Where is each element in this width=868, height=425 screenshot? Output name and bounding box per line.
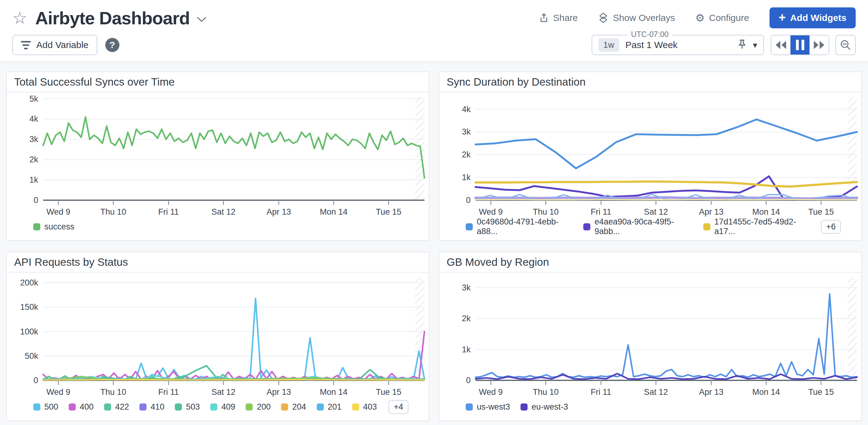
time-range-chip[interactable]: 1w <box>598 38 619 52</box>
legend-label: 17d1455c-7ed5-49d2-a17... <box>714 217 810 236</box>
caret-down-icon[interactable]: ▾ <box>753 40 757 50</box>
x-axis-label: Fri 11 <box>158 207 179 216</box>
share-icon <box>539 12 549 23</box>
header-title-row: ☆ Airbyte Dashboard Share Show <box>0 0 868 33</box>
widget-title: Sync Duration by Destination <box>439 72 861 92</box>
dashboard-header: ☆ Airbyte Dashboard Share Show <box>0 0 868 62</box>
widget-title: API Requests by Status <box>7 252 429 273</box>
x-axis-label: Sat 12 <box>644 207 668 216</box>
x-axis-label: Tue 15 <box>808 388 834 397</box>
zoom-out-button[interactable] <box>835 35 856 55</box>
overlays-icon <box>598 12 609 23</box>
legend-item[interactable]: success <box>33 222 74 232</box>
chart-canvas[interactable]: 01k2k3k4kWed 9Thu 10Fri 11Sat 12Apr 13Mo… <box>439 92 861 217</box>
pause-button[interactable] <box>790 35 809 55</box>
legend-swatch <box>583 223 590 230</box>
legend-item[interactable]: e4aea90a-90ca-49f5-9abb... <box>583 217 692 236</box>
legend-swatch <box>317 403 324 411</box>
show-overlays-button[interactable]: Show Overlays <box>598 12 675 23</box>
legend-swatch <box>521 403 528 411</box>
series-line-unlabeled-lavender <box>475 198 857 199</box>
chart-sync-duration[interactable]: 01k2k3k4kWed 9Thu 10Fri 11Sat 12Apr 13Mo… <box>439 92 861 217</box>
chart-canvas[interactable]: 050k100k150k200kWed 9Thu 10Fri 11Sat 12A… <box>7 273 429 398</box>
legend-label: 403 <box>363 402 377 412</box>
legend-item[interactable]: us-west3 <box>466 402 510 412</box>
widget-api-requests: API Requests by Status 050k100k150k200kW… <box>6 252 429 421</box>
configure-label: Configure <box>709 12 749 23</box>
header-controls-row: Add Variable ? UTC-07:00 1w Past 1 Week … <box>0 33 868 62</box>
legend-swatch <box>466 403 473 411</box>
legend-item[interactable]: 17d1455c-7ed5-49d2-a17... <box>703 217 810 236</box>
add-widgets-button[interactable]: + Add Widgets <box>770 7 856 28</box>
x-axis-label: Mon 14 <box>752 388 780 397</box>
chart-api-requests[interactable]: 050k100k150k200kWed 9Thu 10Fri 11Sat 12A… <box>7 273 429 398</box>
time-playback-controls <box>771 35 829 55</box>
legend-label: 204 <box>292 402 306 412</box>
legend-label: 201 <box>328 402 342 412</box>
x-axis-label: Sat 12 <box>212 388 236 397</box>
page-title: Airbyte Dashboard <box>35 8 190 28</box>
legend-item[interactable]: 409 <box>210 402 235 412</box>
header-actions: Share Show Overlays ⚙ Configure + Add Wi… <box>539 7 856 28</box>
rewind-button[interactable] <box>771 35 790 55</box>
x-axis-label: Thu 10 <box>100 207 126 216</box>
chart-legend: 0c49680d-4791-4ebb-a88...e4aea90a-90ca-4… <box>439 217 861 240</box>
chart-gb-moved[interactable]: 01k2k3kWed 9Thu 10Fri 11Sat 12Apr 13Mon … <box>439 273 861 398</box>
legend-item[interactable]: 204 <box>281 402 306 412</box>
time-range-picker[interactable]: 1w Past 1 Week ▾ <box>592 35 764 55</box>
x-axis-label: Wed 9 <box>46 388 70 397</box>
x-axis-label: Tue 15 <box>808 207 834 216</box>
widget-grid: Total Successful Syncs over Time 01k2k3k… <box>0 62 868 421</box>
legend-item[interactable]: 201 <box>317 402 342 412</box>
x-axis-label: Fri 11 <box>158 388 179 397</box>
legend-item[interactable]: 500 <box>33 402 58 412</box>
y-axis-label: 3k <box>462 283 471 292</box>
widget-sync-duration: Sync Duration by Destination 01k2k3k4kWe… <box>439 71 862 241</box>
legend-item[interactable]: 403 <box>352 402 377 412</box>
chart-total-successful-syncs[interactable]: 01k2k3k4k5kWed 9Thu 10Fri 11Sat 12Apr 13… <box>7 92 429 217</box>
x-axis-label: Wed 9 <box>479 388 503 397</box>
legend-swatch <box>140 403 147 411</box>
fast-forward-button[interactable] <box>809 35 829 55</box>
configure-button[interactable]: ⚙ Configure <box>695 12 749 23</box>
legend-more-button[interactable]: +6 <box>821 220 841 234</box>
legend-item[interactable]: 0c49680d-4791-4ebb-a88... <box>466 217 573 236</box>
x-axis-label: Tue 15 <box>376 207 401 216</box>
legend-item[interactable]: 410 <box>140 402 164 412</box>
favorite-star-icon[interactable]: ☆ <box>12 9 27 26</box>
legend-item[interactable]: 422 <box>104 402 129 412</box>
legend-more-button[interactable]: +4 <box>389 400 408 414</box>
chart-canvas[interactable]: 01k2k3kWed 9Thu 10Fri 11Sat 12Apr 13Mon … <box>439 273 861 398</box>
x-axis-label: Apr 13 <box>267 207 291 216</box>
y-axis-label: 5k <box>29 94 38 103</box>
x-axis-label: Fri 11 <box>591 388 611 397</box>
legend-swatch <box>281 403 288 411</box>
title-chevron-down-icon[interactable] <box>196 16 207 24</box>
legend-label: 0c49680d-4791-4ebb-a88... <box>477 217 573 236</box>
series-line-success <box>43 117 425 178</box>
legend-label: success <box>44 222 74 232</box>
pin-icon[interactable] <box>738 39 747 51</box>
chart-canvas[interactable]: 01k2k3k4k5kWed 9Thu 10Fri 11Sat 12Apr 13… <box>7 92 429 217</box>
share-button[interactable]: Share <box>539 12 578 23</box>
x-axis-label: Mon 14 <box>752 207 780 216</box>
help-icon[interactable]: ? <box>105 38 119 52</box>
legend-label: eu-west-3 <box>532 402 568 412</box>
y-axis-label: 0 <box>34 376 38 385</box>
show-overlays-label: Show Overlays <box>613 12 675 23</box>
legend-swatch <box>210 403 217 411</box>
legend-label: 500 <box>44 402 58 412</box>
legend-item[interactable]: eu-west-3 <box>521 402 568 412</box>
time-range-wrap: UTC-07:00 1w Past 1 Week ▾ <box>592 35 764 55</box>
pause-icon <box>796 40 804 50</box>
legend-label: 503 <box>186 402 200 412</box>
x-axis-label: Sat 12 <box>212 207 236 216</box>
legend-item[interactable]: 503 <box>175 402 200 412</box>
add-variable-button[interactable]: Add Variable <box>12 35 97 55</box>
y-axis-label: 4k <box>29 114 38 123</box>
legend-item[interactable]: 400 <box>69 402 94 412</box>
widget-title: Total Successful Syncs over Time <box>7 72 429 92</box>
x-axis-label: Sat 12 <box>644 388 668 397</box>
legend-swatch <box>703 223 710 230</box>
legend-item[interactable]: 200 <box>246 402 271 412</box>
